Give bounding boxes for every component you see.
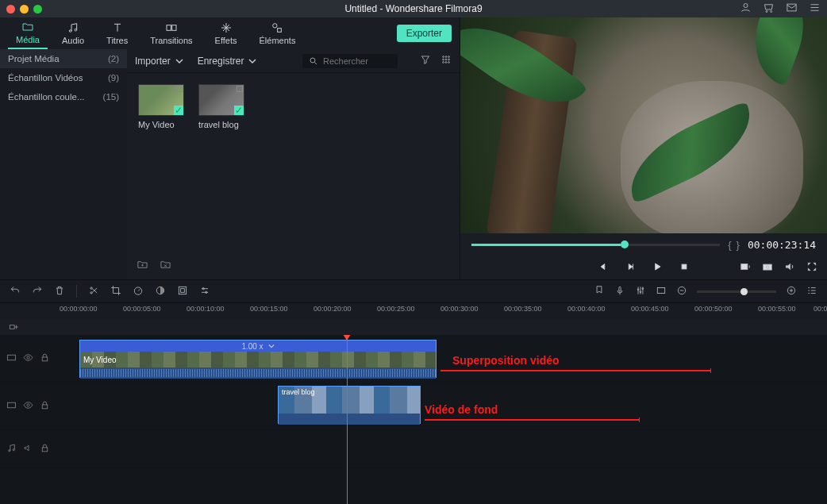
- export-button[interactable]: Exporter: [397, 25, 452, 42]
- svg-rect-20: [682, 264, 687, 269]
- filter-icon[interactable]: [420, 54, 431, 67]
- ruler-mark: 00:00:55:00: [758, 305, 796, 313]
- svg-rect-7: [172, 25, 176, 31]
- track-mute-icon[interactable]: [23, 443, 33, 456]
- folder-icon: [21, 21, 34, 33]
- search-input[interactable]: [323, 56, 387, 66]
- record-button[interactable]: Enregistrer: [198, 56, 257, 67]
- track-visible-icon[interactable]: [23, 400, 33, 413]
- track-type-icon[interactable]: [6, 400, 17, 413]
- tab-transitions[interactable]: Transitions: [142, 18, 200, 48]
- prev-frame-button[interactable]: [598, 261, 609, 275]
- quality-icon[interactable]: [740, 261, 751, 275]
- stop-button[interactable]: [679, 261, 690, 275]
- sidebar-item-project-media[interactable]: Projet Média (2): [0, 49, 127, 68]
- grid-view-icon[interactable]: [440, 54, 452, 67]
- playhead[interactable]: [347, 335, 348, 504]
- marker-icon[interactable]: [594, 285, 605, 298]
- svg-rect-39: [10, 325, 14, 329]
- add-track-button[interactable]: [0, 319, 56, 335]
- undo-icon[interactable]: [10, 285, 21, 298]
- tab-label: Titres: [106, 36, 128, 45]
- split-icon[interactable]: [88, 285, 99, 298]
- redo-icon[interactable]: [32, 285, 43, 298]
- main-tabs: Média Audio Titres Transitions Effets Él…: [0, 17, 460, 49]
- tab-effects[interactable]: Effets: [207, 18, 245, 48]
- crop-icon[interactable]: [110, 285, 121, 298]
- track-type-icon[interactable]: [6, 352, 17, 365]
- play-button[interactable]: [652, 261, 663, 275]
- annotation-line: [440, 370, 710, 371]
- speed-icon[interactable]: [133, 285, 144, 298]
- clip-label: travel blog: [282, 388, 315, 396]
- svg-point-13: [448, 56, 450, 58]
- svg-point-18: [445, 62, 447, 63]
- svg-point-11: [443, 56, 444, 58]
- svg-point-25: [90, 291, 92, 293]
- sidebar-item-label: Échantillon Vidéos: [8, 73, 83, 83]
- snapshot-icon[interactable]: [762, 261, 773, 275]
- mark-in-icon[interactable]: {: [728, 239, 731, 251]
- titlebar: Untitled - Wondershare Filmora9: [0, 0, 827, 17]
- mark-out-icon[interactable]: }: [737, 239, 740, 251]
- svg-rect-28: [179, 287, 186, 294]
- menu-icon[interactable]: [809, 2, 821, 16]
- ruler-mark: 00:00:20:00: [313, 305, 352, 313]
- track-lock-icon[interactable]: [40, 352, 50, 365]
- sidebar-item-sample-colors[interactable]: Échantillon coule... (15): [0, 87, 127, 106]
- green-screen-icon[interactable]: [177, 285, 188, 298]
- track-lock-icon[interactable]: [40, 400, 50, 413]
- search-box[interactable]: [302, 54, 398, 68]
- account-icon[interactable]: [740, 2, 752, 16]
- svg-point-14: [443, 59, 444, 60]
- timeline-clip-background[interactable]: travel blog: [278, 386, 421, 424]
- zoom-slider[interactable]: [697, 290, 776, 293]
- sidebar-item-count: (9): [108, 73, 119, 83]
- track-manager-icon[interactable]: [806, 285, 817, 298]
- fullscreen-icon[interactable]: [806, 261, 817, 275]
- timeline-clip-overlay[interactable]: 1.00 x My Video: [79, 340, 437, 378]
- zoom-in-icon[interactable]: [786, 285, 797, 298]
- svg-point-8: [273, 24, 277, 28]
- tab-media[interactable]: Média: [8, 17, 48, 49]
- svg-rect-9: [278, 29, 282, 33]
- timeline[interactable]: 1.00 x My Video travel blog Superpositio: [0, 335, 827, 504]
- tab-audio[interactable]: Audio: [54, 18, 92, 48]
- record-label: Enregistrer: [198, 56, 244, 67]
- tab-label: Audio: [62, 36, 84, 45]
- clip-speed: 1.00 x: [241, 342, 263, 351]
- svg-point-10: [310, 58, 315, 63]
- svg-rect-6: [167, 25, 171, 31]
- track-lock-icon[interactable]: [40, 443, 50, 456]
- tab-label: Média: [16, 35, 40, 44]
- sparkle-icon: [220, 21, 233, 34]
- import-button[interactable]: Importer: [135, 56, 183, 67]
- tab-label: Éléments: [260, 36, 296, 45]
- mixer-icon[interactable]: [635, 285, 646, 298]
- timeline-toolbar: [0, 279, 827, 303]
- svg-point-2: [771, 11, 772, 13]
- music-icon[interactable]: [6, 443, 17, 456]
- zoom-out-icon[interactable]: [676, 285, 687, 298]
- remove-folder-icon[interactable]: [160, 259, 171, 273]
- volume-icon[interactable]: [784, 261, 795, 275]
- adjust-icon[interactable]: [199, 285, 210, 298]
- tab-titles[interactable]: Titres: [98, 18, 136, 48]
- preview-video[interactable]: [460, 17, 827, 233]
- render-icon[interactable]: [656, 285, 667, 298]
- ruler-mark: 00:00:35:00: [504, 305, 542, 313]
- delete-icon[interactable]: [54, 285, 65, 298]
- preview-scrubber[interactable]: [471, 244, 720, 246]
- mail-icon[interactable]: [786, 2, 798, 16]
- tab-elements[interactable]: Éléments: [252, 18, 304, 48]
- track-visible-icon[interactable]: [23, 352, 33, 365]
- media-item[interactable]: ✓ travel blog: [198, 84, 244, 129]
- timeline-ruler[interactable]: 00:00:00:00 00:00:05:00 00:00:10:00 00:0…: [0, 303, 827, 319]
- next-frame-button[interactable]: [625, 261, 636, 275]
- cart-icon[interactable]: [763, 2, 775, 16]
- media-item[interactable]: ✓ My Video: [138, 84, 184, 129]
- add-folder-icon[interactable]: [137, 259, 148, 273]
- voiceover-icon[interactable]: [614, 285, 625, 298]
- color-icon[interactable]: [155, 285, 166, 298]
- sidebar-item-sample-videos[interactable]: Échantillon Vidéos (9): [0, 68, 127, 87]
